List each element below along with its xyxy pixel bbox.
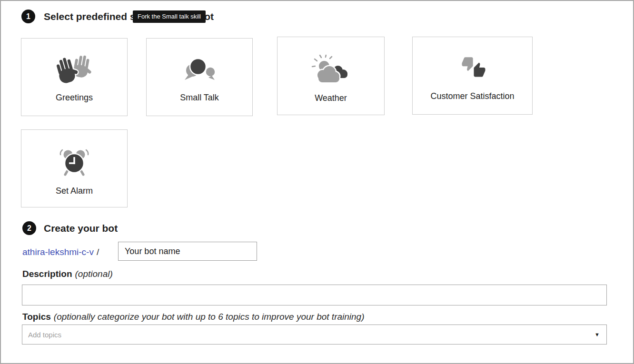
owner-separator: / [97,247,99,257]
sun-and-clouds-icon [310,53,352,86]
fork-skill-tooltip: Fork the Small talk skill [133,10,206,23]
bot-name-input[interactable] [118,242,257,261]
topics-label: Topics(optionally categorize your bot wi… [22,312,365,322]
skill-card-set-alarm[interactable]: Set Alarm [21,129,128,207]
topics-input[interactable] [22,325,606,344]
skill-card-label: Small Talk [180,93,219,103]
chat-bubbles-icon [180,53,218,85]
step-2-number-badge: 2 [22,221,36,235]
chevron-down-icon[interactable]: ▼ [594,332,600,337]
skill-card-label: Greetings [56,93,93,103]
description-input[interactable] [22,285,607,305]
skill-card-small-talk[interactable]: Small Talk [146,38,253,116]
step-2-title: Create your bot [44,223,118,234]
description-optional-hint: (optional) [75,269,113,279]
skill-card-label: Customer Satisfaction [430,91,514,101]
topics-hint: (optionally categorize your bot with up … [54,312,365,322]
owner-link[interactable]: athira-lekshmi-c-v [22,247,94,257]
skill-card-label: Set Alarm [56,186,93,196]
description-label-text: Description [22,269,72,279]
skill-card-greetings[interactable]: Greetings [21,38,128,116]
bot-creation-page: 1 Select predefined skills for your bot … [0,0,634,364]
skill-card-customer-satisfaction[interactable]: Customer Satisfaction [412,37,533,115]
waving-hands-icon [56,53,92,85]
thumbs-up-down-icon [458,51,487,84]
topics-label-text: Topics [22,312,51,322]
step-1-number-badge: 1 [21,10,35,23]
bot-owner-row: athira-lekshmi-c-v/ [22,247,99,257]
skill-card-label: Weather [315,93,347,103]
alarm-clock-icon [59,146,89,178]
topics-select[interactable]: ▼ [22,325,607,344]
description-label: Description(optional) [22,269,113,279]
skill-card-weather[interactable]: Weather [277,37,385,115]
